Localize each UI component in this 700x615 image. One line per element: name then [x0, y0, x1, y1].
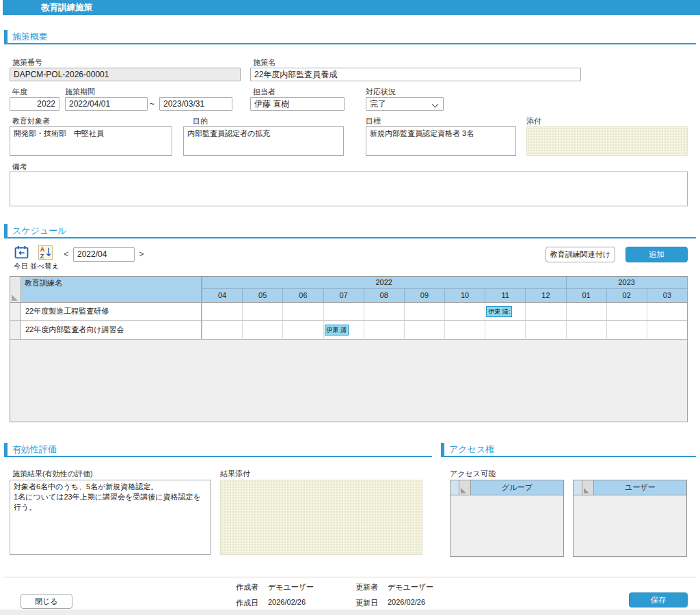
- gantt-cell[interactable]: [566, 321, 606, 340]
- gantt-cell[interactable]: [647, 321, 687, 340]
- education-target-field[interactable]: 開発部・技術部 中堅社員: [10, 126, 172, 156]
- attachment-dropzone[interactable]: [526, 126, 688, 156]
- status-select-value: 完了: [370, 99, 386, 109]
- today-button[interactable]: [14, 245, 29, 260]
- gantt-cell[interactable]: [485, 321, 525, 340]
- gantt-cell[interactable]: [323, 303, 364, 321]
- gantt-year-header: 2022: [202, 277, 566, 289]
- prev-month-button[interactable]: <: [64, 249, 69, 259]
- gantt-cell[interactable]: [404, 321, 444, 340]
- gantt-cell[interactable]: [444, 303, 485, 321]
- gantt-cell[interactable]: [404, 303, 444, 321]
- goal-field[interactable]: 新規内部監査員認定資格者 3名: [366, 126, 516, 156]
- bottom-edge: [0, 610, 700, 615]
- gantt-corner-cell[interactable]: [10, 277, 21, 303]
- purpose-field[interactable]: 内部監査員認定者の拡充: [183, 126, 344, 156]
- effectiveness-section-header: 有効性評価: [4, 443, 432, 457]
- updated-date-label: 更新日: [355, 598, 378, 608]
- policy-number-label: 施策番号: [12, 57, 42, 68]
- period-to-field[interactable]: 2023/03/31: [159, 97, 232, 111]
- gantt-cell[interactable]: [606, 321, 647, 340]
- gantt-row-handle[interactable]: [10, 303, 21, 321]
- calendar-today-icon: [14, 250, 29, 262]
- policy-name-field[interactable]: 22年度内部監査員養成: [250, 68, 581, 81]
- next-month-button[interactable]: >: [139, 249, 144, 259]
- created-date-label: 作成日: [236, 598, 258, 608]
- sort-button[interactable]: A Z: [38, 245, 53, 260]
- access-group-column-header: グループ: [471, 480, 563, 495]
- footer-divider: [4, 577, 696, 577]
- gantt-name-column-header: 教育訓練名: [21, 277, 202, 303]
- close-button[interactable]: 閉じる: [21, 594, 72, 609]
- gantt-cell[interactable]: [202, 303, 242, 321]
- access-user-table-header: ユーザー: [574, 480, 686, 495]
- schedule-section-title: スケジュール: [12, 225, 67, 237]
- gantt-cell[interactable]: [444, 321, 485, 340]
- policy-name-label: 施策名: [253, 57, 275, 68]
- gantt-cell[interactable]: [202, 321, 242, 340]
- gantt-row-handle[interactable]: [10, 321, 21, 340]
- gantt-cell[interactable]: 伊東 清:: [485, 303, 525, 321]
- schedule-gantt: 教育訓練名2022202304050607080910111201020322年…: [10, 276, 688, 422]
- result-field[interactable]: 対象者6名中のうち、5名が新規資格認定。 1名については23年上期に講習会を受講…: [10, 480, 211, 555]
- result-attachment-label: 結果添付: [220, 469, 250, 479]
- gantt-month-header: 12: [525, 289, 565, 303]
- gantt-cell[interactable]: [282, 321, 323, 340]
- created-date-value: 2026/02/26: [268, 598, 306, 606]
- gantt-month-header: 02: [606, 289, 647, 303]
- access-user-select-cell[interactable]: [574, 480, 582, 495]
- gantt-cell[interactable]: [525, 303, 565, 321]
- gantt-row-name[interactable]: 22年度内部監査者向け講習会: [21, 321, 202, 340]
- goal-label: 目標: [366, 116, 381, 126]
- gantt-month-header: 07: [323, 289, 364, 303]
- gantt-cell[interactable]: [606, 303, 647, 321]
- access-group-table: グループ: [450, 480, 564, 557]
- period-from-field[interactable]: 2022/04/01: [65, 97, 148, 111]
- status-select[interactable]: 完了: [366, 97, 444, 111]
- remarks-field[interactable]: [10, 172, 688, 206]
- gantt-cell[interactable]: [647, 303, 687, 321]
- gantt-cell[interactable]: [242, 321, 282, 340]
- schedule-event-badge[interactable]: 伊東 清: [325, 325, 349, 336]
- gantt-cell[interactable]: [282, 303, 323, 321]
- month-nav-input[interactable]: 2022/04: [73, 247, 135, 262]
- person-in-charge-label: 担当者: [253, 87, 275, 97]
- chevron-down-icon: [432, 101, 439, 108]
- gantt-cell[interactable]: 伊東 清: [323, 321, 364, 340]
- creator-value: デモユーザー: [268, 582, 314, 592]
- policy-number-field: DAPCM-POL-2026-00001: [10, 68, 241, 81]
- gantt-cell[interactable]: [525, 321, 565, 340]
- gantt-cell[interactable]: [364, 303, 404, 321]
- updater-value: デモユーザー: [388, 582, 433, 592]
- person-in-charge-field[interactable]: 伊藤 直樹: [250, 97, 345, 111]
- status-label: 対応状況: [366, 87, 396, 97]
- gantt-cell[interactable]: [566, 303, 606, 321]
- access-group-list[interactable]: [450, 495, 563, 557]
- fiscal-year-field[interactable]: 2022: [10, 97, 59, 111]
- result-attachment-dropzone[interactable]: [220, 480, 422, 555]
- access-section-header: アクセス権: [441, 443, 696, 457]
- gantt-month-header: 04: [202, 289, 242, 303]
- overview-section-title: 施策概要: [12, 31, 48, 43]
- gantt-month-header: 11: [485, 289, 525, 303]
- result-label: 施策結果(有効性の評価): [12, 469, 93, 479]
- corner-triangle-icon: [461, 488, 466, 493]
- access-user-list[interactable]: [574, 495, 686, 557]
- creator-label: 作成者: [236, 582, 258, 592]
- gantt-cell[interactable]: [364, 321, 404, 340]
- today-button-label: 今日: [14, 262, 28, 271]
- access-group-select-cell[interactable]: [450, 480, 459, 495]
- updated-date-value: 2026/02/26: [388, 598, 425, 606]
- schedule-event-badge[interactable]: 伊東 清:: [486, 306, 512, 317]
- save-button[interactable]: 保存: [629, 592, 688, 607]
- effectiveness-section-title: 有効性評価: [12, 443, 57, 456]
- gantt-row-name[interactable]: 22年度製造工程監査研修: [21, 303, 202, 321]
- add-button[interactable]: 追加: [625, 247, 688, 262]
- access-user-table: ユーザー: [573, 480, 687, 557]
- section-accent-bar: [4, 30, 8, 43]
- access-group-corner-cell[interactable]: [459, 480, 471, 495]
- access-user-corner-cell[interactable]: [582, 480, 594, 495]
- updater-label: 更新者: [355, 582, 378, 592]
- gantt-cell[interactable]: [242, 303, 282, 321]
- relate-training-button[interactable]: 教育訓練関連付け: [546, 247, 615, 262]
